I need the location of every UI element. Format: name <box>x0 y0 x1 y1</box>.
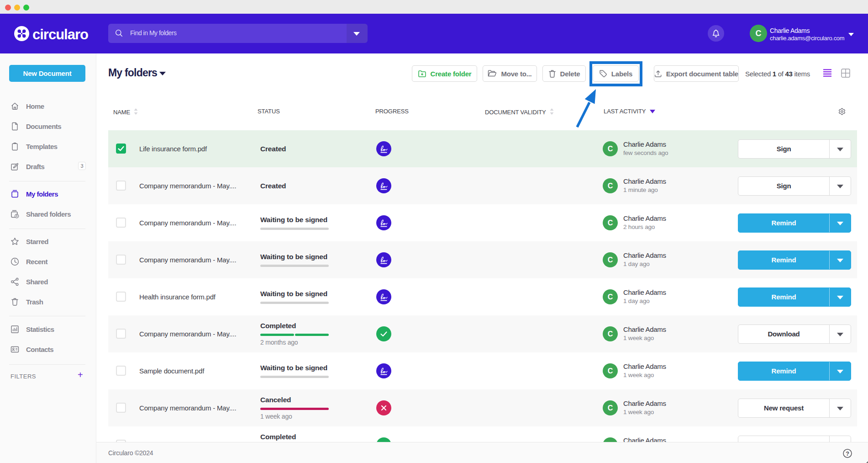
svg-text:?: ? <box>846 451 849 457</box>
